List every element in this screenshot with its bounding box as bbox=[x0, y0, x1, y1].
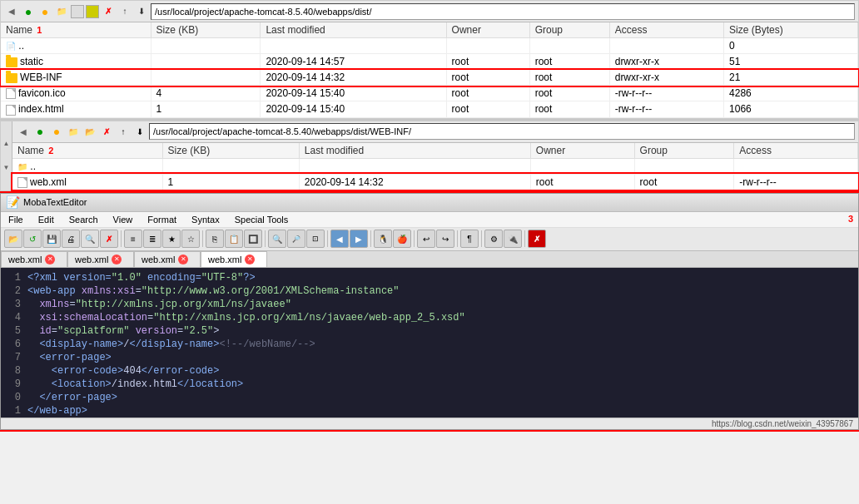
status-bar: https://blog.csdn.net/weixin_43957867 bbox=[1, 418, 858, 429]
tb-sep3 bbox=[265, 230, 266, 247]
tab1-close[interactable]: ✕ bbox=[45, 254, 55, 264]
editor-number: 3 bbox=[848, 214, 853, 225]
table-row[interactable]: 📄 .. 0 bbox=[1, 38, 858, 54]
tb-prev-btn[interactable]: ◀ bbox=[330, 230, 349, 248]
panel1-file-table: Name 1 Size (KB) Last modified Owner Gro… bbox=[1, 22, 858, 118]
menu-edit[interactable]: Edit bbox=[36, 214, 57, 225]
table-row[interactable]: favicon.ico 4 2020-09-14 15:40 root root… bbox=[1, 86, 858, 101]
editor-menu-bar: File Edit Search View Format Syntax Spec… bbox=[1, 212, 858, 228]
tb-settings-btn[interactable]: ⚙ bbox=[484, 230, 503, 248]
code-line: 7 <error-page> bbox=[4, 351, 855, 364]
menu-view[interactable]: View bbox=[111, 214, 136, 225]
tb-paste-btn[interactable]: 📋 bbox=[225, 230, 243, 248]
tb-save-btn[interactable]: 💾 bbox=[42, 230, 61, 248]
col-size-bytes[interactable]: Size (Bytes) bbox=[724, 22, 858, 38]
panel1-address-bar[interactable]: /usr/local/project/apache-tomcat-8.5.40/… bbox=[151, 3, 855, 20]
tab-3[interactable]: web.xml ✕ bbox=[134, 251, 201, 267]
p2-col-size-kb[interactable]: Size (KB) bbox=[162, 143, 299, 159]
panel2-address-bar[interactable]: /usr/local/project/apache-tomcat-8.5.40/… bbox=[149, 123, 855, 140]
panel1-yellow-btn[interactable]: ● bbox=[37, 4, 52, 19]
tab3-label: web.xml bbox=[142, 254, 175, 264]
panel2-red-x-btn[interactable]: ✗ bbox=[99, 124, 114, 139]
scroll-down-btn[interactable]: ▼ bbox=[3, 164, 10, 171]
menu-syntax[interactable]: Syntax bbox=[189, 214, 222, 225]
panel1-close-btn[interactable]: ✗ bbox=[101, 4, 116, 19]
tab4-close[interactable]: ✕ bbox=[245, 254, 255, 264]
tb-para-btn[interactable]: ¶ bbox=[460, 230, 479, 248]
tb-mark-btn[interactable]: ★ bbox=[162, 230, 181, 248]
tb-cut-btn[interactable]: ✗ bbox=[100, 230, 118, 248]
table-row[interactable]: static 2020-09-14 14:57 root root drwxr-… bbox=[1, 54, 858, 70]
editor-toolbar: 📂 ↺ 💾 🖨 🔍 ✗ ≡ ≣ ★ ☆ ⎘ 📋 🔲 🔍 🔎 ⊡ ◀ ▶ 🐧 🍎 bbox=[1, 228, 858, 251]
col-last-modified[interactable]: Last modified bbox=[261, 22, 446, 38]
menu-search[interactable]: Search bbox=[67, 214, 101, 225]
panel2-up-btn[interactable]: ↑ bbox=[116, 124, 131, 139]
webxml-row[interactable]: web.xml 1 2020-09-14 14:32 root root -rw… bbox=[12, 174, 858, 190]
panel2-yellow-btn[interactable]: ● bbox=[49, 124, 64, 139]
code-line: 1 <?xml version="1.0" encoding="UTF-8"?> bbox=[4, 271, 855, 284]
tb-open-btn[interactable]: 📂 bbox=[4, 230, 22, 248]
code-line: 9 <location>/index.html</location> bbox=[4, 378, 855, 391]
webinf-row[interactable]: WEB-INF 2020-09-14 14:32 root root drwxr… bbox=[1, 70, 858, 86]
scroll-up-btn[interactable]: ▲ bbox=[3, 140, 10, 147]
table-row[interactable]: index.html 1 2020-09-14 15:40 root root … bbox=[1, 101, 858, 117]
col-group[interactable]: Group bbox=[529, 22, 609, 38]
menu-file[interactable]: File bbox=[6, 214, 26, 225]
tb-zoom-in-btn[interactable]: 🔍 bbox=[268, 230, 286, 248]
col-access[interactable]: Access bbox=[609, 22, 723, 38]
col-name[interactable]: Name 1 bbox=[1, 22, 151, 38]
tab-2[interactable]: web.xml ✕ bbox=[67, 251, 134, 267]
tab-4[interactable]: web.xml ✕ bbox=[201, 251, 267, 267]
panel2-back-btn[interactable]: ◀ bbox=[16, 124, 31, 139]
panel2-address-text: /usr/local/project/apache-tomcat-8.5.40/… bbox=[153, 126, 411, 136]
tb-plugin-btn[interactable]: 🔌 bbox=[504, 230, 522, 248]
p2-col-access[interactable]: Access bbox=[734, 143, 858, 159]
panel1-up-btn[interactable]: ↑ bbox=[117, 4, 132, 19]
tb-linux-btn[interactable]: 🐧 bbox=[374, 230, 392, 248]
tb-refresh-btn[interactable]: ↺ bbox=[23, 230, 42, 248]
tb-find-btn[interactable]: 🔍 bbox=[81, 230, 99, 248]
tab2-label: web.xml bbox=[75, 254, 108, 264]
menu-special-tools[interactable]: Special Tools bbox=[232, 214, 291, 225]
panel2-file-table: Name 2 Size (KB) Last modified Owner Gro… bbox=[12, 143, 858, 190]
tab4-label: web.xml bbox=[208, 254, 241, 264]
tb-indent-btn[interactable]: ≡ bbox=[124, 230, 142, 248]
p2-col-last-modified[interactable]: Last modified bbox=[299, 143, 530, 159]
panel1-bookmark-btn[interactable]: ⬇ bbox=[134, 4, 149, 19]
col-size-kb[interactable]: Size (KB) bbox=[151, 22, 261, 38]
tb-clip-btn[interactable]: 🔲 bbox=[244, 230, 262, 248]
menu-format[interactable]: Format bbox=[145, 214, 179, 225]
table-row[interactable]: 📁 .. bbox=[12, 158, 858, 174]
code-line: 5 id="scplatform" version="2.5"> bbox=[4, 324, 855, 338]
panel2-bookmark-btn[interactable]: ⬇ bbox=[132, 124, 147, 139]
tab2-close[interactable]: ✕ bbox=[112, 254, 122, 264]
p2-col-owner[interactable]: Owner bbox=[530, 143, 634, 159]
panel1-number: 1 bbox=[37, 25, 42, 35]
panel1-folder-btn[interactable]: 📁 bbox=[54, 4, 69, 19]
tb-next-btn[interactable]: ▶ bbox=[350, 230, 368, 248]
panel1-green-btn[interactable]: ● bbox=[21, 4, 36, 19]
code-editor[interactable]: 1 <?xml version="1.0" encoding="UTF-8"?>… bbox=[1, 268, 858, 418]
panel1-back-btn[interactable]: ◀ bbox=[4, 4, 19, 19]
tb-zoom-reset-btn[interactable]: ⊡ bbox=[306, 230, 325, 248]
tb-redo-btn[interactable]: ↪ bbox=[436, 230, 454, 248]
tb-close-all-btn[interactable]: ✗ bbox=[528, 230, 546, 248]
tb-apple-btn[interactable]: 🍎 bbox=[393, 230, 411, 248]
panel2-green-btn[interactable]: ● bbox=[32, 124, 47, 139]
panel2-folder-btn[interactable]: 📁 bbox=[66, 124, 81, 139]
col-owner[interactable]: Owner bbox=[446, 22, 529, 38]
tb-undo-btn[interactable]: ↩ bbox=[417, 230, 435, 248]
panel1-btn6[interactable] bbox=[86, 5, 99, 18]
panel1-btn5[interactable] bbox=[71, 5, 84, 18]
code-line: 6 <display-name>/</display-name><!--/web… bbox=[4, 338, 855, 351]
tab3-close[interactable]: ✕ bbox=[178, 254, 188, 264]
tab-1[interactable]: web.xml ✕ bbox=[1, 251, 67, 267]
tb-bookmark-btn[interactable]: ☆ bbox=[181, 230, 200, 248]
tb-print-btn[interactable]: 🖨 bbox=[62, 230, 80, 248]
panel2-folder2-btn[interactable]: 📂 bbox=[82, 124, 97, 139]
p2-col-group[interactable]: Group bbox=[634, 143, 734, 159]
tb-copy-btn[interactable]: ⎘ bbox=[206, 230, 224, 248]
tb-zoom-out-btn[interactable]: 🔎 bbox=[287, 230, 305, 248]
p2-col-name[interactable]: Name 2 bbox=[12, 143, 162, 159]
tb-unindent-btn[interactable]: ≣ bbox=[143, 230, 161, 248]
